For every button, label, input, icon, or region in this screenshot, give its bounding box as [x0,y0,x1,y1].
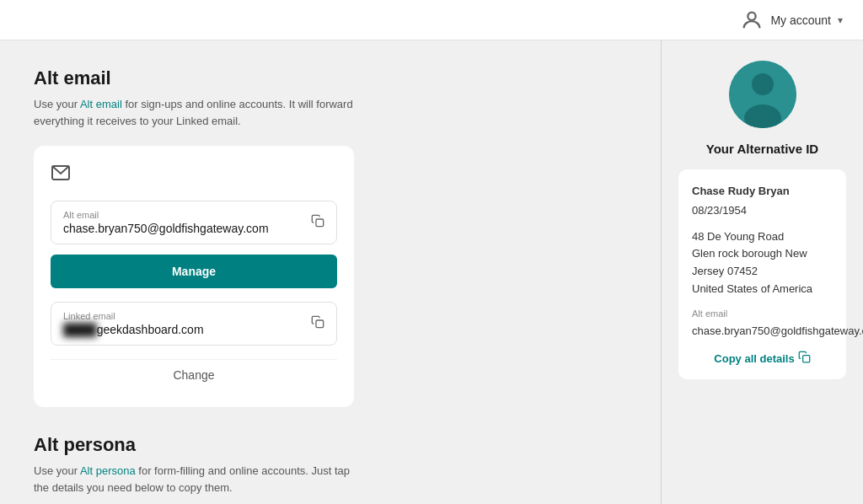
copy-all-row: Copy all details [692,351,833,366]
alt-persona-title: Alt persona [34,434,627,456]
alt-email-field-label: Alt email [63,210,324,220]
linked-email-field-value: ████geekdashboard.com [63,323,324,336]
alt-email-description: Use your Alt email for sign-ups and onli… [34,96,354,129]
id-name: Chase Rudy Bryan [692,183,833,201]
alt-email-field: Alt email chase.bryan750@goldfishgateway… [51,201,337,244]
account-menu[interactable]: My account ▾ [740,8,843,32]
id-address-line3: United States of America [692,281,833,298]
copy-all-icon [798,351,811,366]
id-alt-email-label: Alt email [692,307,833,322]
manage-button[interactable]: Manage [51,255,337,288]
alt-id-title: Your Alternative ID [706,142,818,156]
id-alt-email-value: chase.bryan750@goldfishgateway.com [692,323,833,340]
chevron-down-icon: ▾ [838,14,843,26]
id-address-line1: 48 De Young Road [692,228,833,246]
linked-email-field-label: Linked email [63,311,324,321]
change-linked-email-button[interactable]: Change [51,359,337,390]
linked-email-field: Linked email ████geekdashboard.com [51,302,337,346]
alt-persona-link[interactable]: Alt persona [80,464,136,477]
copy-alt-email-button[interactable] [308,211,328,234]
id-dob: 08/23/1954 [692,202,833,220]
alt-persona-description: Use your Alt persona for form-filling an… [34,463,354,496]
main-content: Alt email Use your Alt email for sign-up… [0,40,661,504]
alt-email-title: Alt email [34,67,627,89]
copy-all-button[interactable]: Copy all details [714,351,810,366]
account-label: My account [770,13,831,27]
avatar [729,61,796,128]
svg-point-0 [748,12,756,19]
id-card: Chase Rudy Bryan 08/23/1954 48 De Young … [678,169,846,379]
copy-linked-email-button[interactable] [308,312,328,335]
main-layout: Alt email Use your Alt email for sign-up… [0,40,863,504]
navbar: My account ▾ [0,0,863,40]
account-icon [740,8,764,32]
sidebar: Your Alternative ID Chase Rudy Bryan 08/… [661,40,863,504]
mail-icon [51,163,337,187]
id-address-line2: Glen rock borough New Jersey 07452 [692,245,833,281]
alt-persona-section: Alt persona Use your Alt persona for for… [34,434,627,504]
svg-rect-2 [316,219,324,227]
alt-email-field-value: chase.bryan750@goldfishgateway.com [63,222,324,235]
svg-rect-9 [802,356,809,362]
linked-email-blurred: ████ [63,323,97,336]
svg-rect-3 [316,320,324,328]
alt-email-link[interactable]: Alt email [80,98,122,110]
id-address: 48 De Young Road Glen rock borough New J… [692,228,833,298]
alt-email-card: Alt email chase.bryan750@goldfishgateway… [34,146,354,407]
copy-all-label: Copy all details [714,352,794,365]
alt-email-section: Alt email Use your Alt email for sign-up… [34,67,627,407]
svg-point-7 [752,73,774,95]
